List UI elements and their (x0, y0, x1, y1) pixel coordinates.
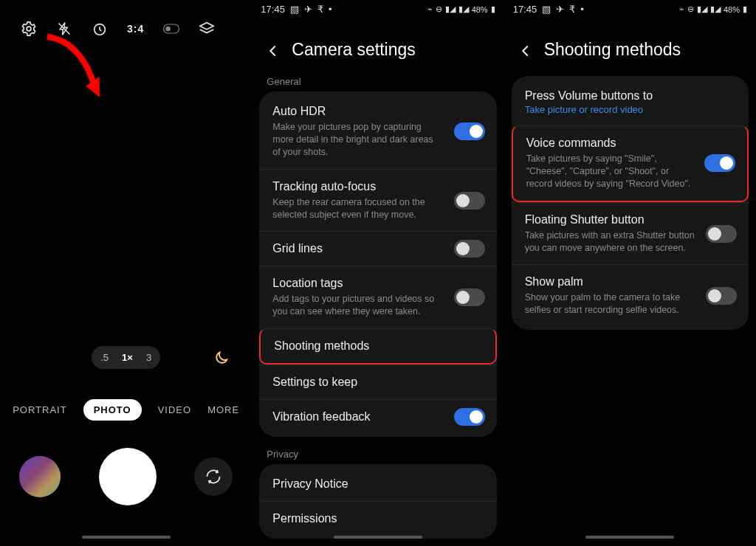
camera-settings-screen: 17:45 ▧ ✈ ₹ • ⌁ ⊖ ▮◢ ▮◢ 48% ▮ Camera set… (252, 0, 504, 546)
back-icon[interactable] (265, 43, 280, 58)
section-privacy-label: Privacy (252, 446, 504, 464)
image-icon: ▧ (542, 4, 551, 15)
mode-photo[interactable]: PHOTO (83, 399, 142, 421)
settings-header: Camera settings (252, 15, 504, 73)
gear-icon[interactable] (21, 21, 37, 37)
back-icon[interactable] (518, 43, 532, 58)
toggle-auto-hdr[interactable] (454, 122, 485, 140)
row-voice-commands[interactable]: Voice commands Take pictures by saying "… (512, 125, 749, 202)
general-settings-card: Auto HDR Make your pictures pop by captu… (259, 91, 496, 437)
toggle-voice-commands[interactable] (704, 154, 735, 172)
row-title: Permissions (272, 512, 483, 525)
row-privacy-notice[interactable]: Privacy Notice (259, 467, 496, 501)
flash-icon[interactable] (56, 21, 72, 37)
row-title: Settings to keep (272, 376, 483, 389)
toggle-show-palm[interactable] (706, 287, 737, 305)
battery-icon: ▮ (743, 4, 747, 14)
row-grid-lines[interactable]: Grid lines (259, 231, 496, 266)
signal2-icon: ▮◢ (458, 4, 469, 14)
mode-portrait[interactable]: PORTRAIT (13, 404, 67, 415)
battery-text: 48% (472, 5, 488, 14)
row-auto-hdr[interactable]: Auto HDR Make your pictures pop by captu… (259, 94, 496, 169)
telegram-icon: ✈ (304, 4, 312, 15)
row-subtitle: Add tags to your pictures and videos so … (272, 293, 442, 318)
toggle-tracking-autofocus[interactable] (454, 192, 485, 210)
dnd-icon: ⊖ (687, 4, 694, 14)
row-permissions[interactable]: Permissions (259, 501, 496, 536)
row-title: Shooting methods (274, 339, 481, 353)
row-tracking-autofocus[interactable]: Tracking auto-focus Keep the rear camera… (259, 169, 496, 232)
settings-header: Shooting methods (504, 15, 756, 73)
image-icon: ▧ (290, 4, 299, 15)
dnd-icon: ⊖ (436, 4, 442, 14)
zoom-pill[interactable]: .5 1× 3 (92, 346, 160, 369)
row-settings-to-keep[interactable]: Settings to keep (259, 364, 496, 399)
row-title: Voice commands (526, 136, 734, 150)
row-vibration-feedback[interactable]: Vibration feedback (259, 399, 496, 434)
bluetooth-icon: ⌁ (427, 4, 433, 14)
row-subtitle: Show your palm to the camera to take sel… (525, 291, 695, 317)
row-subtitle: Keep the rear camera focused on the sele… (272, 196, 442, 221)
motion-photo-icon[interactable] (163, 21, 179, 37)
svg-point-0 (27, 27, 31, 31)
row-title: Show palm (525, 275, 735, 288)
shutter-row (0, 448, 252, 505)
row-show-palm[interactable]: Show palm Show your palm to the camera t… (512, 264, 749, 327)
camera-top-bar: 3:4 (0, 0, 252, 37)
row-shooting-methods[interactable]: Shooting methods (259, 328, 496, 364)
row-title: Grid lines (272, 242, 483, 255)
camera-mode-selector[interactable]: PORTRAIT PHOTO VIDEO MORE (0, 399, 252, 421)
signal1-icon: ▮◢ (445, 4, 456, 14)
row-title: Vibration feedback (272, 410, 483, 424)
more-notifications-icon: • (329, 4, 332, 15)
row-title: Privacy Notice (272, 477, 483, 491)
mode-more[interactable]: MORE (207, 404, 239, 415)
camera-viewfinder-screen: 3:4 .5 1× 3 PORTRAIT PHOTO VIDEO MORE (0, 0, 252, 546)
phonepe-icon: ₹ (317, 4, 323, 15)
telegram-icon: ✈ (556, 4, 564, 15)
mode-video[interactable]: VIDEO (158, 404, 191, 415)
row-title: Location tags (272, 277, 483, 290)
shooting-methods-card: Press Volume buttons to Take picture or … (512, 76, 749, 330)
aspect-ratio-button[interactable]: 3:4 (127, 23, 144, 35)
zoom-3x[interactable]: 3 (146, 352, 151, 363)
switch-camera-button[interactable] (194, 457, 233, 496)
row-title: Tracking auto-focus (272, 180, 483, 193)
home-indicator[interactable] (82, 536, 171, 539)
status-bar: 17:45 ▧ ✈ ₹ • ⌁ ⊖ ▮◢ ▮◢ 48% ▮ (252, 0, 504, 15)
row-floating-shutter[interactable]: Floating Shutter button Take pictures wi… (512, 202, 749, 265)
page-title: Shooting methods (544, 40, 681, 60)
privacy-settings-card: Privacy Notice Permissions (259, 464, 496, 539)
zoom-1x[interactable]: 1× (122, 352, 133, 363)
row-subtitle: Make your pictures pop by capturing more… (272, 121, 442, 159)
row-location-tags[interactable]: Location tags Add tags to your pictures … (259, 266, 496, 328)
toggle-vibration-feedback[interactable] (454, 408, 485, 426)
gallery-thumbnail[interactable] (19, 456, 61, 497)
phonepe-icon: ₹ (569, 4, 575, 15)
section-general-label: General (252, 73, 504, 91)
night-mode-icon[interactable] (213, 350, 230, 369)
home-indicator[interactable] (334, 536, 422, 539)
status-bar: 17:45 ▧ ✈ ₹ • ⌁ ⊖ ▮◢ ▮◢ 48% ▮ (504, 0, 756, 15)
toggle-floating-shutter[interactable] (706, 225, 737, 243)
signal2-icon: ▮◢ (710, 4, 721, 14)
shooting-methods-screen: 17:45 ▧ ✈ ₹ • ⌁ ⊖ ▮◢ ▮◢ 48% ▮ Shooting m… (504, 0, 756, 546)
zoom-0.5x[interactable]: .5 (100, 352, 109, 363)
toggle-location-tags[interactable] (454, 288, 485, 306)
filters-icon[interactable] (199, 21, 215, 37)
row-subtitle: Take pictures by saying "Smile", "Cheese… (526, 153, 696, 190)
battery-icon: ▮ (491, 4, 495, 14)
bluetooth-icon: ⌁ (679, 4, 684, 14)
shutter-button[interactable] (99, 448, 157, 505)
row-volume-buttons[interactable]: Press Volume buttons to Take picture or … (512, 79, 749, 125)
home-indicator[interactable] (585, 536, 674, 539)
battery-text: 48% (724, 5, 740, 14)
toggle-grid-lines[interactable] (454, 240, 485, 258)
row-link: Take picture or record video (525, 104, 735, 115)
timer-icon[interactable] (92, 21, 108, 37)
status-time: 17:45 (513, 4, 537, 15)
row-subtitle: Take pictures with an extra Shutter butt… (525, 229, 695, 255)
status-time: 17:45 (261, 4, 285, 15)
row-title: Floating Shutter button (525, 213, 735, 227)
svg-point-4 (166, 27, 171, 32)
